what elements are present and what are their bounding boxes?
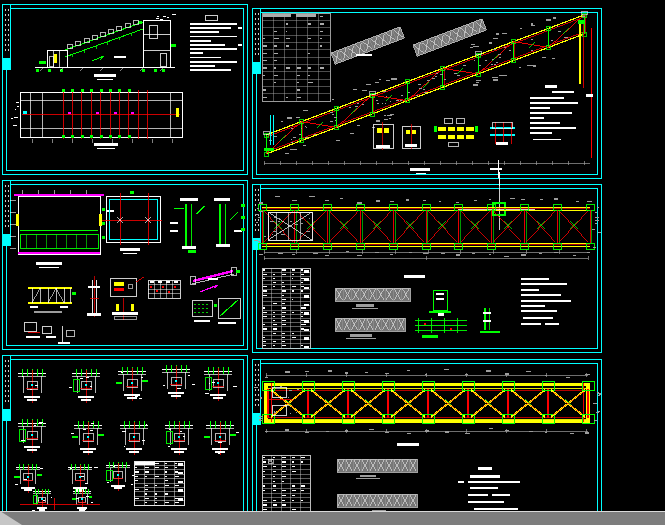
schedule-table (262, 455, 310, 511)
mini-schedule-table (148, 280, 180, 298)
walkway-hatch-strips (335, 275, 425, 339)
sheet-canvas (2, 180, 248, 350)
section-leader-line (499, 172, 500, 186)
sheet-gallery-elevation[interactable] (2, 4, 248, 175)
inclined-member-detail (190, 267, 240, 292)
notes-text (458, 467, 520, 510)
sheet-titleblock-strip (253, 9, 262, 74)
notes-text (521, 278, 571, 325)
bracing-details (192, 298, 240, 324)
sheet-titleblock-strip (253, 360, 262, 425)
bracket-detail (110, 277, 144, 296)
sheet-titleblock-strip (253, 185, 262, 250)
connection-detail (204, 367, 237, 401)
sheet-titleblock-strip (3, 356, 12, 421)
connection-detail (72, 489, 93, 511)
connection-detail (18, 419, 46, 453)
dimension-strips (331, 19, 486, 64)
sheet-roof-plan-details[interactable] (2, 180, 248, 350)
sheet-gallery-truss-plan[interactable] (252, 184, 602, 353)
sheet-gallery-truss-elevation[interactable] (252, 359, 602, 511)
sheet-canvas (2, 4, 248, 175)
anchor-bits (24, 322, 74, 344)
connection-detail (120, 421, 148, 455)
connection-detail (165, 421, 193, 455)
horizontal-truss-plan (254, 196, 600, 260)
sheet-titleblock-strip (3, 5, 12, 70)
member-schedule-table (262, 13, 330, 101)
connection-detail (69, 369, 100, 403)
splice-details (373, 118, 515, 150)
window-resize-corner (0, 511, 22, 525)
general-notes-text (190, 15, 242, 71)
connection-detail (106, 462, 134, 491)
sheet-canvas (252, 8, 602, 179)
sheet-titleblock-strip (3, 181, 12, 246)
gallery-side-elevation (35, 14, 176, 79)
connection-detail (68, 464, 98, 493)
railing-details (415, 290, 500, 338)
connection-detail (204, 421, 239, 455)
base-plate-detail (112, 298, 138, 320)
connection-detail (18, 369, 46, 403)
stub-column-detail (87, 276, 101, 317)
walkway-hatch-strips (337, 443, 419, 511)
connection-detail (32, 489, 52, 511)
sheet-canvas (2, 355, 248, 511)
connection-details-grid (14, 365, 239, 511)
window-statusbar (0, 511, 665, 525)
mini-truss-elevation (28, 288, 76, 313)
sheet-connection-details[interactable] (2, 355, 248, 511)
sheet-canvas (252, 359, 602, 511)
inclined-truss-elevation (263, 11, 587, 156)
column-details (170, 198, 245, 253)
section-symbol (458, 186, 535, 230)
sheet-canvas (252, 184, 602, 353)
cad-viewport (0, 0, 665, 525)
connection-detail (71, 421, 104, 455)
horizontal-truss-elevation (254, 369, 601, 434)
connection-detail (162, 365, 195, 399)
base-line (264, 161, 590, 174)
gallery-plan-view (11, 89, 182, 149)
sheet-inclined-truss[interactable] (252, 8, 602, 179)
material-table (134, 461, 184, 505)
connection-detail (14, 464, 43, 493)
connection-detail (116, 367, 148, 401)
roof-plan (10, 190, 114, 268)
schedule-table (262, 268, 310, 348)
section-plan (102, 191, 162, 254)
